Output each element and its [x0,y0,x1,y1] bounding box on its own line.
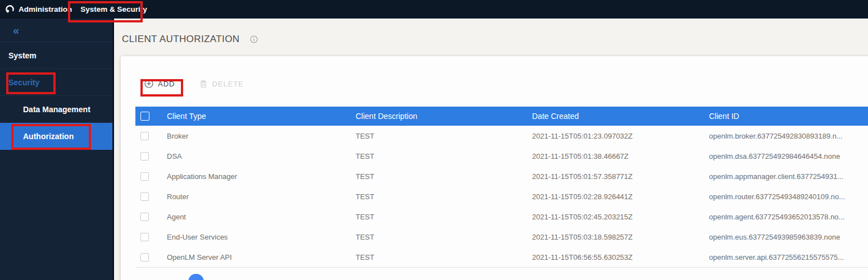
cell-client-type: Broker [167,132,356,140]
app-title[interactable]: Administration [19,5,72,13]
delete-button-label: DELETE [212,80,244,88]
cell-date-created: 2021-11-15T05:02:28.926441Z [532,192,709,201]
cell-client-id: openlm.dsa.637725492984646454.none [709,152,868,160]
row-checkbox[interactable] [140,152,149,160]
cell-client-description: TEST [356,253,532,261]
cell-client-type: Agent [167,213,356,221]
column-header-client-description: Client Description [356,112,532,121]
cell-client-description: TEST [356,132,532,140]
table-row[interactable]: OpenLM Server API TEST 2021-11-15T06:56:… [135,247,868,267]
cell-date-created: 2021-11-15T05:01:38.46667Z [532,152,709,160]
table-row[interactable]: DSA TEST 2021-11-15T05:01:38.46667Z open… [135,146,868,166]
row-checkbox[interactable] [140,253,149,261]
toolbar: ADD DELETE [144,79,244,88]
trash-icon [199,80,207,88]
table-row[interactable]: End-User Services TEST 2021-11-15T05:03:… [135,227,868,247]
row-checkbox[interactable] [140,172,149,181]
cell-date-created: 2021-11-15T05:03:18.598257Z [532,233,709,241]
sidebar-item-label: Authorization [23,132,74,141]
cell-date-created: 2021-11-15T05:02:45.203215Z [532,213,709,221]
sidebar: « System Security Data Management Author… [0,19,114,280]
cell-client-type: Applications Manager [167,172,356,181]
cell-date-created: 2021-11-15T05:01:23.097032Z [532,132,709,140]
sidebar-collapse-row: « [0,19,112,42]
column-header-client-id: Client ID [709,112,868,121]
row-checkbox[interactable] [140,233,149,241]
cell-client-type: DSA [167,152,356,160]
row-checkbox[interactable] [140,132,149,140]
delete-button[interactable]: DELETE [199,80,244,88]
cell-client-type: End-User Services [167,233,356,241]
table-row[interactable]: Broker TEST 2021-11-15T05:01:23.097032Z … [135,126,868,146]
content-card: ADD DELETE Client Type Client Descriptio… [121,56,868,280]
sidebar-item-authorization[interactable]: Authorization [0,123,112,150]
sidebar-item-label: Security [8,78,39,87]
cell-client-description: TEST [356,192,532,201]
cell-client-description: TEST [356,172,532,181]
cell-client-id: openlm.eus.637725493985963839.none [709,233,868,241]
client-table: Client Type Client Description Date Crea… [135,107,868,268]
topnav-system-security[interactable]: System & Security [80,5,147,13]
column-header-client-type: Client Type [167,112,356,121]
add-button[interactable]: ADD [144,79,175,88]
add-button-label: ADD [158,80,175,88]
table-row[interactable]: Agent TEST 2021-11-15T05:02:45.203215Z o… [135,206,868,227]
sidebar-item-data-management[interactable]: Data Management [0,96,112,123]
collapse-sidebar-icon[interactable]: « [13,25,19,36]
cell-client-id: openlm.appmanager.client.6377254931... [709,172,868,181]
cell-client-id: openlm.broker.637725492830893189.n... [709,132,868,140]
top-bar: Administration System & Security [0,0,868,19]
sidebar-item-label: Data Management [23,105,90,114]
cell-client-id: openlm.server.api.63772556215575575... [709,253,868,261]
table-header: Client Type Client Description Date Crea… [135,107,868,126]
cell-client-type: OpenLM Server API [167,253,356,261]
select-all-checkbox[interactable] [140,112,149,121]
cell-client-id: openlm.agent.637725493652013578.no... [709,213,868,221]
column-header-date-created: Date Created [532,112,709,121]
table-row[interactable]: Router TEST 2021-11-15T05:02:28.926441Z … [135,186,868,206]
cell-date-created: 2021-11-15T05:01:57.358771Z [532,172,709,181]
cell-client-description: TEST [356,233,532,241]
row-checkbox[interactable] [140,192,149,201]
openlm-logo-icon [5,4,15,14]
cell-client-description: TEST [356,152,532,160]
row-checkbox[interactable] [140,213,149,221]
sidebar-item-label: System [8,51,37,60]
cell-client-type: Router [167,192,356,201]
page-title: CLIENT AUTHORIZATION [122,34,240,45]
info-icon[interactable] [250,35,258,43]
plus-circle-icon [144,79,153,88]
cell-client-id: openlm.router.637725493489240109.no... [709,192,868,201]
sidebar-item-system[interactable]: System [0,42,112,69]
cell-client-description: TEST [356,213,532,221]
sidebar-item-security[interactable]: Security [0,69,112,96]
cell-date-created: 2021-11-15T06:56:55.630253Z [532,253,709,261]
table-row[interactable]: Applications Manager TEST 2021-11-15T05:… [135,166,868,186]
